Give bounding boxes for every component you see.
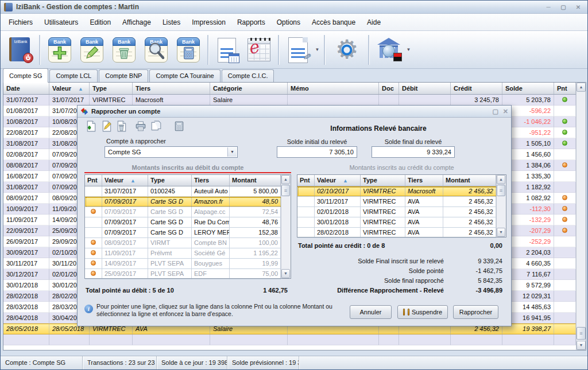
statement-row[interactable]: 07/09/2017Carte SG DLEROY MER152,38 xyxy=(85,228,291,238)
tab-compte-bnp[interactable]: Compte BNP xyxy=(99,69,148,82)
column-header-type[interactable]: Type xyxy=(90,83,133,94)
credit-scrollbar[interactable]: ▲ ≡ ▼ xyxy=(496,175,506,237)
menu-options[interactable]: Options xyxy=(271,18,306,26)
account-calculator-button[interactable]: Bank xyxy=(172,32,204,68)
account-delete-button[interactable]: Bank xyxy=(108,32,140,68)
menu-aide[interactable]: Aide xyxy=(361,18,386,26)
column-header-d-bit[interactable]: Débit xyxy=(399,83,451,94)
cell-valeur: 11/09/2017 xyxy=(102,248,148,259)
column-header-solde[interactable]: Solde xyxy=(502,83,554,94)
debit-scrollbar[interactable]: ▲ ≡ ▼ xyxy=(281,175,291,278)
column-header-valeur[interactable]: Valeur▲ xyxy=(102,175,148,186)
tab-compte-lcl[interactable]: Compte LCL xyxy=(49,69,98,82)
debit-total-row: Total pointé au débit : 5 de 10 1 462,75 xyxy=(86,287,288,294)
statement-row[interactable]: 25/09/2017PLVT SEPAEDF75,00 xyxy=(85,269,291,279)
statement-row[interactable]: 02/10/2017VIRMTRECMacrosoft2 456,32 xyxy=(297,186,506,197)
initial-balance-input[interactable]: 7 305,10 xyxy=(277,146,357,158)
column-header-valeur[interactable]: Valeur▲ xyxy=(315,175,361,186)
cancel-button[interactable]: Annuler xyxy=(350,305,392,319)
dialog-restore-icon[interactable]: ▢ xyxy=(492,106,498,116)
bank-logo-icon xyxy=(393,53,402,61)
account-search-button[interactable]: Bank xyxy=(140,32,172,68)
statement-row[interactable]: 07/09/2017Carte SG DRue Du Com48,76 xyxy=(85,217,291,228)
account-add-button[interactable]: Bank xyxy=(44,32,76,68)
scroll-thumb[interactable]: ≡ xyxy=(577,327,586,340)
main-vertical-scrollbar[interactable]: ▲ ≡ ▼ xyxy=(576,83,586,350)
statement-row[interactable]: 30/01/2018VIRMTRECAVA2 456,32 xyxy=(297,217,506,228)
minimize-icon[interactable]: ─ xyxy=(543,3,554,11)
menu-rapports[interactable]: Rapports xyxy=(231,18,271,26)
menu-acc-s-banque[interactable]: Accès banque xyxy=(306,18,361,26)
column-header-type[interactable]: Type xyxy=(148,175,192,186)
menu-impression[interactable]: Impression xyxy=(186,18,231,26)
report-dropdown-arrow[interactable]: ▼ xyxy=(314,33,321,67)
column-header-tiers[interactable]: Tiers xyxy=(405,175,443,186)
settings-button[interactable]: ⚙ xyxy=(328,32,365,68)
print-icon[interactable] xyxy=(135,120,146,132)
menu-fichiers[interactable]: Fichiers xyxy=(3,18,38,26)
column-header-type[interactable]: Type xyxy=(361,175,405,186)
tab-compte-sg[interactable]: Compte SG xyxy=(3,68,48,83)
exit-izibank-button[interactable]: IziBank xyxy=(4,32,36,68)
column-header-valeur[interactable]: Valeur▲ xyxy=(49,83,90,94)
statement-row[interactable]: 07/09/2017Carte SG DAlapage.cc72,54 xyxy=(85,207,291,217)
calculator-icon[interactable] xyxy=(173,120,185,132)
menu-utilisateurs[interactable]: Utilisateurs xyxy=(38,18,84,26)
pointed-dot-orange xyxy=(562,206,567,211)
transaction-row[interactable]: 31/07/201731/07/2017VIRMTRECMacrosoftSal… xyxy=(3,95,586,106)
scroll-down-icon[interactable]: ▼ xyxy=(497,228,505,237)
new-statement-icon[interactable] xyxy=(86,120,97,132)
report-edit-button[interactable]: ✎ xyxy=(283,32,314,68)
combo-arrow-icon[interactable]: ▼ xyxy=(227,147,237,157)
echeancier-button[interactable]: e xyxy=(243,32,275,68)
cell-valeur: 07/09/2017 xyxy=(102,197,148,207)
account-edit-button[interactable]: Bank xyxy=(76,32,108,68)
bank-access-dropdown-arrow[interactable]: ▼ xyxy=(405,33,412,67)
menu-affichage[interactable]: Affichage xyxy=(117,18,157,26)
scroll-down-icon[interactable]: ▼ xyxy=(577,341,586,350)
scroll-thumb[interactable]: ≡ xyxy=(497,185,505,196)
statement-row[interactable]: 14/09/2017PLVT SEPABouygues19,99 xyxy=(85,259,291,269)
maximize-icon[interactable]: ▢ xyxy=(558,3,569,11)
bank-access-button[interactable] xyxy=(373,32,405,68)
menu-edition[interactable]: Edition xyxy=(84,18,117,26)
scroll-up-icon[interactable]: ▲ xyxy=(497,175,505,184)
statement-row[interactable]: 07/09/2017Carte SG DAmazon.fr48,50 xyxy=(85,197,291,207)
statement-row[interactable]: 02/01/2018VIRMTRECAVA2 456,32 xyxy=(297,207,506,217)
scroll-thumb[interactable]: ≡ xyxy=(281,185,290,196)
dialog-close-icon[interactable]: ✕ xyxy=(503,106,508,116)
column-header-m-mo[interactable]: Mémo xyxy=(288,83,379,94)
statement-row[interactable]: 28/02/2018VIRMTRECAVA2 456,32 xyxy=(297,228,506,238)
statement-row[interactable]: 30/11/2017VIRMTRECAVA2 456,32 xyxy=(297,197,506,207)
column-header-doc[interactable]: Doc xyxy=(379,83,399,94)
scroll-down-icon[interactable]: ▼ xyxy=(281,269,290,278)
column-header-montant[interactable]: Montant xyxy=(230,175,281,186)
column-header-cat-gorie[interactable]: Catégorie xyxy=(210,83,288,94)
column-header-montant[interactable]: Montant xyxy=(443,175,496,186)
suspend-button[interactable]: Suspendre xyxy=(397,305,448,319)
statement-row[interactable]: 31/07/20170100245Auteuil Auto5 800,00 xyxy=(85,186,291,197)
schedule-list-button[interactable] xyxy=(212,32,243,68)
close-icon[interactable]: ✕ xyxy=(572,3,584,11)
column-header-tiers[interactable]: Tiers xyxy=(192,175,230,186)
tab-compte-ca-touraine[interactable]: Compte CA Touraine xyxy=(149,69,220,82)
statement-row[interactable]: 08/09/2017VIRMTCompte BN100,00 xyxy=(85,238,291,248)
column-header-cr-dit[interactable]: Crédit xyxy=(451,83,502,94)
column-header-tiers[interactable]: Tiers xyxy=(133,83,210,94)
copy-icon[interactable] xyxy=(150,120,162,132)
column-header-pnt[interactable]: Pnt xyxy=(297,175,315,186)
delete-statement-icon[interactable] xyxy=(116,120,127,132)
scroll-up-icon[interactable]: ▲ xyxy=(281,175,290,184)
statement-row[interactable]: 11/09/2017PrélvmtSociété Gé1 195,22 xyxy=(85,248,291,259)
scroll-up-icon[interactable]: ▲ xyxy=(577,83,586,92)
tab-compte-c-i-c[interactable]: Compte C.I.C. xyxy=(222,69,274,82)
final-balance-input[interactable]: 9 339,24 xyxy=(372,146,455,158)
account-select[interactable]: Compte SG ▼ xyxy=(105,146,238,158)
column-header-pnt[interactable]: Pnt xyxy=(554,83,576,94)
transaction-row[interactable] xyxy=(3,334,586,345)
menu-listes[interactable]: Listes xyxy=(157,18,186,26)
edit-statement-icon[interactable] xyxy=(101,120,113,132)
column-header-pnt[interactable]: Pnt xyxy=(85,175,102,186)
column-header-date[interactable]: Date xyxy=(3,83,49,94)
reconcile-button[interactable]: Rapprocher xyxy=(453,305,498,319)
